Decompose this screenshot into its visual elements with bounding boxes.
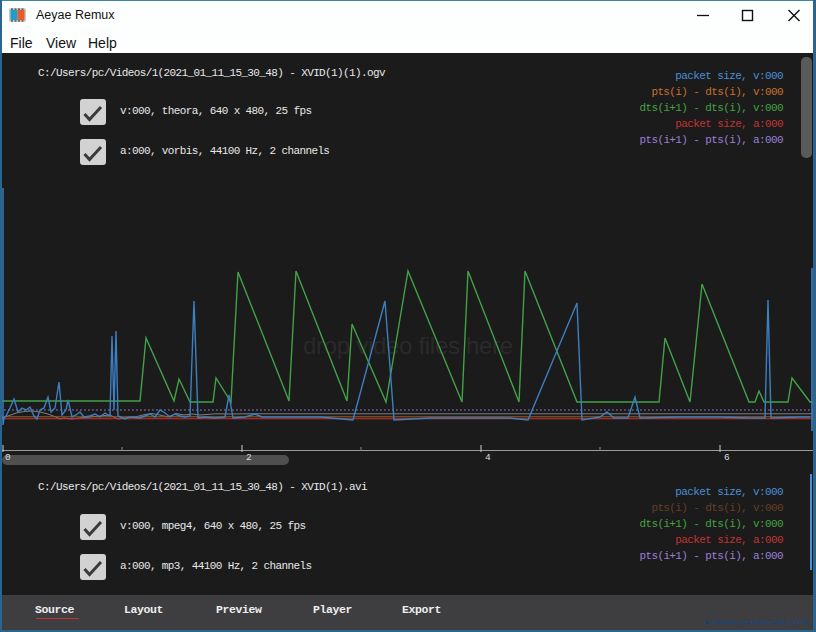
svg-text:4: 4 (485, 452, 491, 463)
svg-text:0: 0 (5, 452, 11, 463)
svg-text:2: 2 (246, 452, 252, 463)
svg-text:6: 6 (724, 452, 730, 463)
